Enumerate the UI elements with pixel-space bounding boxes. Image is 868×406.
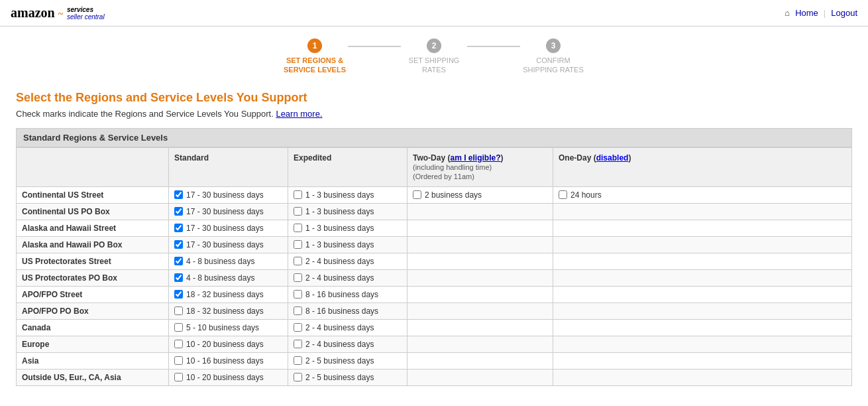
- expedited-checkbox[interactable]: [294, 240, 302, 249]
- one-day-cell: [553, 319, 852, 336]
- standard-checkbox[interactable]: [174, 290, 183, 299]
- col-standard: Standard: [169, 147, 288, 186]
- region-name: Alaska and Hawaii PO Box: [22, 240, 122, 249]
- amazon-logo-text: amazon ~: [11, 5, 63, 21]
- nav-divider: |: [824, 8, 826, 18]
- standard-cell: 17 - 30 business days: [169, 236, 288, 253]
- standard-checkbox-label[interactable]: 10 - 20 business days: [174, 340, 282, 349]
- standard-checkbox[interactable]: [174, 190, 183, 199]
- two-day-cell: [407, 236, 553, 253]
- logout-link[interactable]: Logout: [831, 8, 857, 18]
- standard-checkbox-label[interactable]: 18 - 32 business days: [174, 306, 282, 316]
- home-link[interactable]: Home: [795, 8, 818, 18]
- expedited-checkbox-label[interactable]: 1 - 3 business days: [294, 224, 402, 233]
- expedited-cell: 2 - 4 business days: [288, 269, 407, 286]
- standard-checkbox[interactable]: [174, 207, 183, 216]
- region-name: Asia: [22, 356, 38, 366]
- expedited-checkbox-label[interactable]: 2 - 5 business days: [294, 373, 402, 382]
- expedited-checkbox-label[interactable]: 1 - 3 business days: [294, 240, 402, 249]
- two-day-cell: [407, 303, 553, 319]
- two-day-cell: [407, 220, 553, 236]
- standard-checkbox[interactable]: [174, 273, 183, 282]
- standard-checkbox[interactable]: [174, 224, 183, 232]
- standard-checkbox-label[interactable]: 17 - 30 business days: [174, 224, 282, 233]
- expedited-checkbox-label[interactable]: 2 - 4 business days: [294, 273, 402, 283]
- expedited-checkbox-label[interactable]: 1 - 3 business days: [294, 190, 402, 200]
- standard-checkbox-label[interactable]: 4 - 8 business days: [174, 257, 282, 266]
- two-day-sub2: (Ordered by 11am): [413, 172, 474, 180]
- standard-checkbox-label[interactable]: 5 - 10 business days: [174, 323, 282, 332]
- standard-checkbox[interactable]: [174, 306, 183, 315]
- expedited-checkbox[interactable]: [294, 356, 302, 365]
- standard-checkbox-label[interactable]: 18 - 32 business days: [174, 290, 282, 299]
- expedited-checkbox-label[interactable]: 8 - 16 business days: [294, 306, 402, 316]
- expedited-checkbox-label[interactable]: 2 - 4 business days: [294, 257, 402, 266]
- standard-checkbox-label[interactable]: 4 - 8 business days: [174, 273, 282, 283]
- step-2-label: SET SHIPPING RATES: [401, 56, 467, 75]
- col-region: [17, 147, 169, 186]
- header: amazon ~ services seller central ⌂ Home …: [0, 0, 868, 27]
- one-day-checkbox-label[interactable]: 24 hours: [559, 190, 846, 200]
- logo-area: amazon ~ services seller central: [11, 5, 105, 21]
- expedited-checkbox-label[interactable]: 2 - 4 business days: [294, 340, 402, 349]
- step-2: 2 SET SHIPPING RATES: [401, 38, 467, 75]
- section-header: Standard Regions & Service Levels: [16, 128, 852, 147]
- one-day-cell: 24 hours: [553, 186, 852, 203]
- expedited-checkbox[interactable]: [294, 290, 302, 299]
- two-day-cell: [407, 319, 553, 336]
- header-nav: ⌂ Home | Logout: [785, 8, 857, 18]
- main-content: Select the Regions and Service Levels Yo…: [0, 83, 868, 394]
- standard-checkbox[interactable]: [174, 323, 183, 332]
- region-name: Europe: [22, 340, 49, 349]
- standard-checkbox[interactable]: [174, 356, 183, 365]
- expedited-checkbox-label[interactable]: 2 - 5 business days: [294, 356, 402, 366]
- one-day-checkbox[interactable]: [559, 190, 567, 199]
- disabled-link[interactable]: disabled: [596, 153, 629, 163]
- learn-more-link[interactable]: Learn more.: [276, 109, 322, 119]
- step-line-1-2: [348, 46, 401, 47]
- one-day-cell: [553, 203, 852, 220]
- standard-cell: 17 - 30 business days: [169, 203, 288, 220]
- standard-checkbox-label[interactable]: 17 - 30 business days: [174, 207, 282, 216]
- one-day-cell: [553, 220, 852, 236]
- expedited-checkbox[interactable]: [294, 306, 302, 315]
- expedited-checkbox[interactable]: [294, 190, 302, 199]
- two-day-sub1: (including handling time): [413, 163, 492, 171]
- expedited-checkbox[interactable]: [294, 340, 302, 348]
- region-name: Continental US Street: [22, 190, 103, 200]
- col-one-day: One-Day (disabled): [553, 147, 852, 186]
- two-day-checkbox[interactable]: [413, 190, 421, 199]
- eligible-link[interactable]: am I eligible?: [450, 153, 500, 163]
- expedited-checkbox[interactable]: [294, 323, 302, 332]
- expedited-checkbox[interactable]: [294, 373, 302, 381]
- standard-cell: 10 - 20 business days: [169, 336, 288, 352]
- expedited-checkbox-label[interactable]: 8 - 16 business days: [294, 290, 402, 299]
- standard-checkbox-label[interactable]: 17 - 30 business days: [174, 240, 282, 249]
- standard-checkbox-label[interactable]: 10 - 16 business days: [174, 356, 282, 366]
- expedited-checkbox[interactable]: [294, 224, 302, 232]
- two-day-cell: [407, 352, 553, 369]
- region-name: Canada: [22, 323, 50, 332]
- expedited-checkbox-label[interactable]: 1 - 3 business days: [294, 207, 402, 216]
- step-1-label: SET REGIONS & SERVICE LEVELS: [282, 56, 348, 75]
- standard-cell: 18 - 32 business days: [169, 303, 288, 319]
- expedited-checkbox[interactable]: [294, 257, 302, 265]
- standard-cell: 17 - 30 business days: [169, 186, 288, 203]
- standard-checkbox[interactable]: [174, 340, 183, 348]
- two-day-cell: [407, 286, 553, 303]
- standard-checkbox[interactable]: [174, 373, 183, 381]
- region-name: US Protectorates PO Box: [22, 273, 117, 283]
- expedited-checkbox-label[interactable]: 2 - 4 business days: [294, 323, 402, 332]
- expedited-cell: 2 - 4 business days: [288, 319, 407, 336]
- expedited-checkbox[interactable]: [294, 273, 302, 282]
- expedited-checkbox[interactable]: [294, 207, 302, 216]
- standard-checkbox-label[interactable]: 17 - 30 business days: [174, 190, 282, 200]
- standard-checkbox[interactable]: [174, 240, 183, 249]
- standard-cell: 5 - 10 business days: [169, 319, 288, 336]
- expedited-cell: 8 - 16 business days: [288, 286, 407, 303]
- page-title: Select the Regions and Service Levels Yo…: [16, 91, 852, 105]
- region-name: APO/FPO PO Box: [22, 306, 89, 316]
- standard-checkbox[interactable]: [174, 257, 183, 265]
- standard-checkbox-label[interactable]: 10 - 20 business days: [174, 373, 282, 382]
- two-day-checkbox-label[interactable]: 2 business days: [413, 190, 547, 200]
